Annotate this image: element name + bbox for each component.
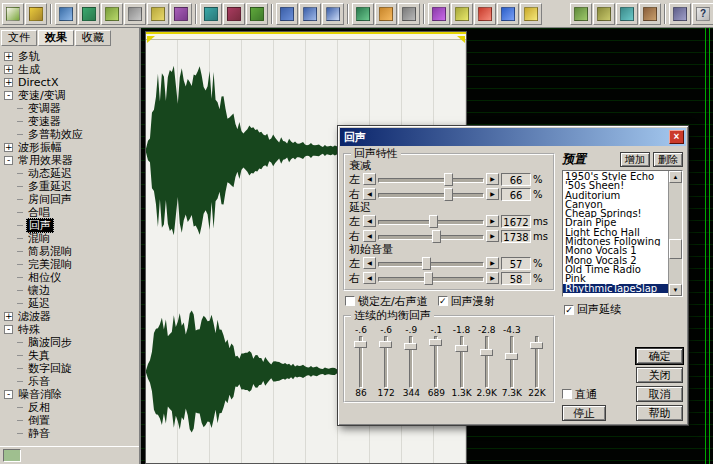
- zoom-out-icon[interactable]: [299, 3, 321, 25]
- tree-item[interactable]: 延迟: [0, 297, 139, 310]
- eq-slider-thumb[interactable]: [404, 343, 417, 350]
- settings-icon[interactable]: [639, 3, 661, 25]
- slider-left-arrow-icon[interactable]: ◀: [363, 188, 376, 200]
- tree-item[interactable]: 动态延迟: [0, 167, 139, 180]
- tree-expander-icon[interactable]: +: [4, 65, 13, 74]
- initial-left-slider[interactable]: [378, 257, 484, 270]
- options-icon[interactable]: [616, 3, 638, 25]
- open-file-icon[interactable]: [25, 3, 47, 25]
- scripts-icon[interactable]: [570, 3, 592, 25]
- scroll-up-icon[interactable]: ▲: [669, 171, 682, 183]
- preset-scrollbar[interactable]: ▲ ▼: [668, 171, 682, 296]
- eq-slider-thumb[interactable]: [505, 353, 518, 360]
- redo-icon[interactable]: [101, 3, 123, 25]
- tab-文件[interactable]: 文件: [1, 30, 37, 46]
- decay-left-slider[interactable]: [378, 173, 484, 186]
- preset-item[interactable]: Light Echo Hall: [563, 228, 668, 237]
- tree-item[interactable]: 多重延迟: [0, 180, 139, 193]
- tree-item[interactable]: 数字回旋: [0, 362, 139, 375]
- tree-item[interactable]: +生成: [0, 63, 139, 76]
- delay-left-slider[interactable]: [378, 215, 484, 228]
- slider-left-arrow-icon[interactable]: ◀: [363, 230, 376, 242]
- eq-slider-thumb[interactable]: [354, 341, 367, 348]
- tab-收藏[interactable]: 收藏: [75, 30, 111, 46]
- decay-right-value[interactable]: 66: [501, 188, 531, 201]
- slider-right-arrow-icon[interactable]: ▶: [486, 173, 499, 185]
- save-icon[interactable]: [55, 3, 77, 25]
- eq-slider[interactable]: [479, 336, 495, 388]
- preset-item[interactable]: Mono Vocals 2: [563, 256, 668, 265]
- tree-item[interactable]: +DirectX: [0, 76, 139, 89]
- checkbox-box[interactable]: [562, 389, 572, 399]
- tree-item[interactable]: 合唱: [0, 206, 139, 219]
- ok-button[interactable]: 确定: [636, 348, 683, 364]
- eq-slider[interactable]: [454, 336, 470, 388]
- copy-icon[interactable]: [147, 3, 169, 25]
- scroll-track[interactable]: [669, 183, 682, 284]
- add-preset-button[interactable]: 增加: [620, 152, 650, 167]
- tree-item[interactable]: 混响: [0, 232, 139, 245]
- delay-left-value[interactable]: 1672: [501, 215, 531, 228]
- tree-item[interactable]: 静音: [0, 427, 139, 440]
- tree-expander-icon[interactable]: +: [4, 52, 13, 61]
- preset-item[interactable]: Canyon: [563, 200, 668, 209]
- bypass-checkbox[interactable]: 直通: [562, 387, 632, 402]
- zoom-selection-icon[interactable]: [322, 3, 344, 25]
- tree-item[interactable]: +波形振幅: [0, 141, 139, 154]
- tree-item[interactable]: +滤波器: [0, 310, 139, 323]
- delete-icon[interactable]: [223, 3, 245, 25]
- checkbox-box[interactable]: ✓: [564, 305, 574, 315]
- preset-item[interactable]: Midtones Following: [563, 237, 668, 246]
- slider-left-arrow-icon[interactable]: ◀: [363, 257, 376, 269]
- slider-thumb[interactable]: [422, 257, 431, 270]
- tree-item[interactable]: +多轨: [0, 50, 139, 63]
- tree-expander-icon[interactable]: -: [4, 156, 13, 165]
- delete-preset-button[interactable]: 删除: [653, 152, 683, 167]
- delay-right-slider[interactable]: [378, 230, 484, 243]
- spectral-view-icon[interactable]: [375, 3, 397, 25]
- tab-效果[interactable]: 效果: [38, 30, 74, 46]
- paste-icon[interactable]: [170, 3, 192, 25]
- eq-slider[interactable]: [403, 336, 419, 388]
- eq-slider[interactable]: [529, 336, 545, 388]
- slider-thumb[interactable]: [424, 272, 433, 285]
- eq-slider-thumb[interactable]: [429, 339, 442, 346]
- eq-slider[interactable]: [504, 336, 520, 388]
- delay-right-value[interactable]: 1738: [501, 230, 531, 243]
- waveform-view-icon[interactable]: [352, 3, 374, 25]
- tree-item[interactable]: 倒置: [0, 414, 139, 427]
- slider-right-arrow-icon[interactable]: ▶: [486, 257, 499, 269]
- slider-thumb[interactable]: [429, 215, 438, 228]
- slider-thumb[interactable]: [444, 188, 453, 201]
- slider-left-arrow-icon[interactable]: ◀: [363, 173, 376, 185]
- checkbox-box[interactable]: ✓: [438, 296, 448, 306]
- record-icon[interactable]: [474, 3, 496, 25]
- tree-item[interactable]: 失真: [0, 349, 139, 362]
- cut-icon[interactable]: [124, 3, 146, 25]
- echo-continue-checkbox[interactable]: ✓ 回声延续: [564, 302, 683, 317]
- tree-item[interactable]: 脑波同步: [0, 336, 139, 349]
- initial-left-value[interactable]: 57: [501, 257, 531, 270]
- eq-slider-thumb[interactable]: [480, 349, 493, 356]
- tree-item[interactable]: -噪音消除: [0, 388, 139, 401]
- tree-item[interactable]: 变速器: [0, 115, 139, 128]
- eq-slider[interactable]: [353, 336, 369, 388]
- close-icon[interactable]: ×: [669, 130, 684, 144]
- slider-left-arrow-icon[interactable]: ◀: [363, 215, 376, 227]
- slider-right-arrow-icon[interactable]: ▶: [486, 215, 499, 227]
- preset-item[interactable]: Pink: [563, 274, 668, 283]
- multitrack-icon[interactable]: [520, 3, 542, 25]
- loop-icon[interactable]: [497, 3, 519, 25]
- tree-expander-icon[interactable]: +: [4, 143, 13, 152]
- zoom-in-icon[interactable]: [276, 3, 298, 25]
- preset-item[interactable]: '50s Sheen!: [563, 181, 668, 190]
- device-icon[interactable]: [669, 3, 691, 25]
- tree-expander-icon[interactable]: -: [4, 91, 13, 100]
- tree-item[interactable]: 回声: [0, 219, 139, 232]
- preset-item[interactable]: RhythmicTapeSlap: [563, 284, 668, 293]
- tree-item[interactable]: 乐音: [0, 375, 139, 388]
- tree-item[interactable]: -常用效果器: [0, 154, 139, 167]
- eq-slider-thumb[interactable]: [379, 341, 392, 348]
- eq-slider[interactable]: [428, 336, 444, 388]
- cancel-button[interactable]: 取消: [636, 386, 683, 402]
